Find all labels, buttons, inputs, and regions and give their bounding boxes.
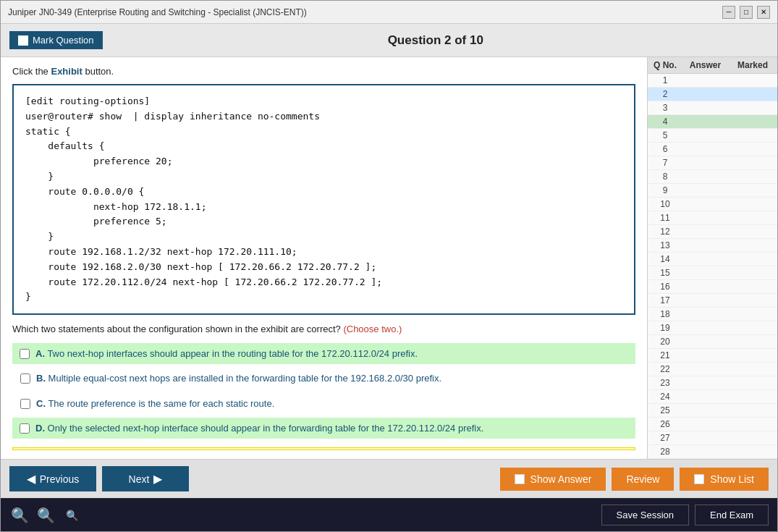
toolbar: Mark Question Question 2 of 10 xyxy=(1,24,777,57)
next-button[interactable]: Next ▶ xyxy=(102,466,189,491)
sidebar-row-7[interactable]: 7 xyxy=(648,156,777,170)
sidebar-row-17[interactable]: 17 xyxy=(648,294,777,308)
sidebar-row-9[interactable]: 9 xyxy=(648,184,777,198)
sidebar-row-5[interactable]: 5 xyxy=(648,129,777,143)
option-c-checkbox[interactable] xyxy=(20,399,30,409)
mark-icon xyxy=(18,35,28,46)
sidebar-row-11[interactable]: 11 xyxy=(648,211,777,225)
show-answer-button[interactable]: Show Answer xyxy=(500,468,606,491)
previous-button[interactable]: ◀ Previous xyxy=(9,466,96,491)
mark-button-label: Mark Question xyxy=(33,35,94,46)
show-list-checkbox-icon: ✓ xyxy=(694,474,704,484)
previous-arrow-icon: ◀ xyxy=(27,472,35,486)
next-label: Next xyxy=(129,473,150,485)
sidebar-header: Q No. Answer Marked xyxy=(648,57,777,74)
sidebar-row-23[interactable]: 23 xyxy=(648,376,777,390)
show-list-button[interactable]: ✓ Show List xyxy=(680,468,769,491)
minimize-button[interactable]: ─ xyxy=(722,6,735,19)
option-a-label: A. Two next-hop interfaces should appear… xyxy=(35,348,418,359)
sidebar-row-12[interactable]: 12 xyxy=(648,225,777,239)
option-b-label: B. Multiple equal-cost next hops are ins… xyxy=(36,373,441,384)
exhibit-box: [edit routing-options] user@router# show… xyxy=(12,84,635,315)
content-area: Click the Exhibit button. [edit routing-… xyxy=(1,57,647,459)
close-button[interactable]: ✕ xyxy=(757,6,770,19)
maximize-button[interactable]: □ xyxy=(740,6,753,19)
review-button[interactable]: Review xyxy=(612,468,674,491)
option-c: C. The route preference is the same for … xyxy=(12,392,635,415)
save-session-button[interactable]: Save Session xyxy=(601,504,690,525)
instruction-text: Click the Exhibit button. xyxy=(12,66,635,77)
sidebar-row-28[interactable]: 28 xyxy=(648,445,777,459)
sidebar-row-22[interactable]: 22 xyxy=(648,363,777,376)
title-bar: Juniper JN0-349 (Enterprise Routing and … xyxy=(1,1,777,24)
sidebar: Q No. Answer Marked 1 2 3 4 5 6 7 8 9 10… xyxy=(647,57,777,459)
sidebar-row-4[interactable]: 4 xyxy=(648,115,777,129)
window-title: Juniper JN0-349 (Enterprise Routing and … xyxy=(8,7,307,17)
footer-bar: 🔍 🔍 🔍 Save Session End Exam xyxy=(1,498,777,531)
sidebar-row-19[interactable]: 19 xyxy=(648,321,777,335)
review-label: Review xyxy=(626,473,659,485)
option-c-label: C. The route preference is the same for … xyxy=(36,398,274,409)
sidebar-row-26[interactable]: 26 xyxy=(648,418,777,431)
sidebar-row-18[interactable]: 18 xyxy=(648,308,777,321)
question-text: Which two statements about the configura… xyxy=(12,324,635,334)
bottom-bar: ◀ Previous Next ▶ Show Answer Review ✓ S… xyxy=(1,459,777,498)
sidebar-marked-header: Marked xyxy=(731,60,774,70)
end-exam-label: End Exam xyxy=(710,510,753,520)
option-d-checkbox[interactable] xyxy=(20,423,30,434)
option-d-label: D. Only the selected next-hop interface … xyxy=(35,423,483,434)
save-session-label: Save Session xyxy=(617,510,675,520)
main-area: Click the Exhibit button. [edit routing-… xyxy=(1,57,777,459)
sidebar-row-8[interactable]: 8 xyxy=(648,170,777,184)
mark-question-button[interactable]: Mark Question xyxy=(9,31,103,49)
sidebar-qno-header: Q No. xyxy=(651,60,680,70)
footer-right: Save Session End Exam xyxy=(601,504,769,525)
sidebar-list[interactable]: 1 2 3 4 5 6 7 8 9 10 11 12 13 14 15 16 1… xyxy=(648,74,777,459)
exhibit-code: [edit routing-options] user@router# show… xyxy=(25,94,622,305)
sidebar-row-16[interactable]: 16 xyxy=(648,280,777,294)
show-list-label: Show List xyxy=(710,473,754,485)
sidebar-row-27[interactable]: 27 xyxy=(648,431,777,445)
zoom-controls: 🔍 🔍 🔍 xyxy=(9,505,82,525)
show-answer-checkbox-icon xyxy=(515,474,525,484)
sidebar-row-21[interactable]: 21 xyxy=(648,349,777,363)
sidebar-row-2[interactable]: 2 xyxy=(648,88,777,101)
show-answer-label: Show Answer xyxy=(530,473,592,485)
sidebar-row-14[interactable]: 14 xyxy=(648,253,777,266)
sidebar-row-3[interactable]: 3 xyxy=(648,101,777,115)
option-d: D. Only the selected next-hop interface … xyxy=(12,418,635,439)
sidebar-answer-header: Answer xyxy=(680,60,731,70)
sidebar-row-24[interactable]: 24 xyxy=(648,390,777,404)
end-exam-button[interactable]: End Exam xyxy=(695,504,769,525)
option-a: A. Two next-hop interfaces should appear… xyxy=(12,343,635,364)
sidebar-row-10[interactable]: 10 xyxy=(648,198,777,211)
sidebar-row-20[interactable]: 20 xyxy=(648,335,777,349)
choose-text: (Choose two.) xyxy=(343,324,402,334)
sidebar-row-25[interactable]: 25 xyxy=(648,404,777,418)
main-window: Juniper JN0-349 (Enterprise Routing and … xyxy=(0,0,778,532)
yellow-bar xyxy=(12,447,635,450)
window-controls: ─ □ ✕ xyxy=(722,6,770,19)
zoom-reset-button[interactable]: 🔍 xyxy=(35,505,56,525)
option-b-checkbox[interactable] xyxy=(20,373,30,384)
next-arrow-icon: ▶ xyxy=(153,472,162,486)
zoom-in-button[interactable]: 🔍 xyxy=(62,505,82,525)
previous-label: Previous xyxy=(40,473,79,485)
exhibit-link[interactable]: Exhibit xyxy=(51,66,82,77)
sidebar-row-6[interactable]: 6 xyxy=(648,143,777,156)
zoom-out-button[interactable]: 🔍 xyxy=(9,505,30,525)
option-a-checkbox[interactable] xyxy=(20,349,30,359)
sidebar-row-15[interactable]: 15 xyxy=(648,266,777,280)
question-title: Question 2 of 10 xyxy=(103,33,769,48)
sidebar-row-13[interactable]: 13 xyxy=(648,239,777,253)
option-b: B. Multiple equal-cost next hops are ins… xyxy=(12,367,635,389)
sidebar-row-1[interactable]: 1 xyxy=(648,74,777,88)
